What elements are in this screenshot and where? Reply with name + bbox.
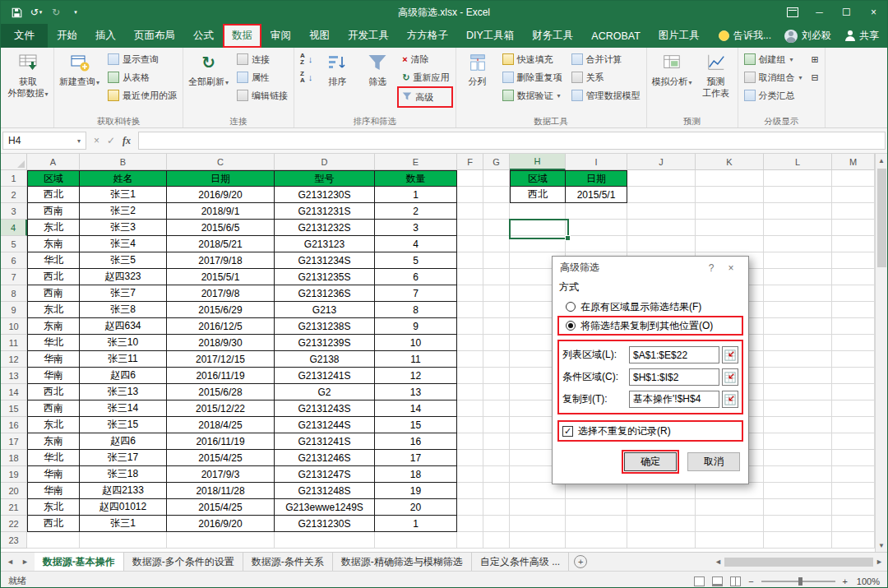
share-button[interactable]: 共享 xyxy=(844,29,879,43)
cell-J3[interactable] xyxy=(627,203,696,220)
cell-E10[interactable]: 9 xyxy=(375,318,457,335)
cell-A18[interactable]: 华北 xyxy=(27,450,80,466)
cell-E7[interactable]: 6 xyxy=(375,269,457,285)
horizontal-scroll-thumb[interactable] xyxy=(724,558,873,567)
cell-F8[interactable] xyxy=(457,285,483,302)
row-header-7[interactable]: 7 xyxy=(1,269,27,285)
cell-M19[interactable] xyxy=(832,466,875,483)
cell-K22[interactable] xyxy=(696,516,764,532)
cell-G15[interactable] xyxy=(483,400,510,417)
cell-E20[interactable]: 19 xyxy=(375,483,457,499)
user-account[interactable]: 刘必殺 xyxy=(784,29,831,43)
cell-F1[interactable] xyxy=(457,170,483,187)
cell-A15[interactable]: 西南 xyxy=(27,400,80,417)
cell-K4[interactable] xyxy=(696,220,764,236)
vertical-scroll-thumb[interactable] xyxy=(877,169,886,267)
row-header-10[interactable]: 10 xyxy=(1,318,27,335)
row-header-19[interactable]: 19 xyxy=(1,466,27,483)
cell-F22[interactable] xyxy=(457,516,483,532)
cell-A12[interactable]: 华南 xyxy=(27,351,80,368)
cell-A21[interactable]: 东北 xyxy=(27,499,80,516)
cell-M16[interactable] xyxy=(832,417,875,433)
cell-L18[interactable] xyxy=(764,450,832,466)
cell-H21[interactable] xyxy=(510,499,566,516)
save-icon[interactable] xyxy=(7,2,25,22)
cell-I2[interactable]: 2015/5/1 xyxy=(566,187,627,203)
cell-I4[interactable] xyxy=(566,220,627,236)
cell-B10[interactable]: 赵四634 xyxy=(80,318,167,335)
advanced-filter-button[interactable]: 高级 xyxy=(399,88,451,106)
recent-sources-button[interactable]: 最近使用的源 xyxy=(104,86,180,104)
cell-L23[interactable] xyxy=(764,532,832,549)
radio-copy-to-location[interactable]: 将筛选结果复制到其他位置(O) xyxy=(559,317,742,334)
cell-C21[interactable]: 2015/4/25 xyxy=(167,499,275,516)
row-header-12[interactable]: 12 xyxy=(1,351,27,368)
cell-C5[interactable]: 2018/5/21 xyxy=(167,236,275,252)
cell-D10[interactable]: G2131238S xyxy=(275,318,375,335)
insert-function-icon[interactable]: fx xyxy=(123,135,131,147)
create-group-button[interactable]: 创建组▾ xyxy=(741,50,806,68)
copy-to-selector-icon[interactable] xyxy=(722,391,738,408)
enter-entry-icon[interactable]: ✓ xyxy=(107,135,115,146)
cell-G18[interactable] xyxy=(483,450,510,466)
forecast-sheet-button[interactable]: 预测 工作表 xyxy=(697,49,735,109)
scroll-left-icon[interactable]: ◄ xyxy=(715,558,722,566)
cell-E9[interactable]: 8 xyxy=(375,302,457,318)
column-header-G[interactable]: G xyxy=(483,154,510,170)
page-break-view-icon[interactable] xyxy=(730,576,741,586)
criteria-range-input[interactable]: $H$1:$I$2 xyxy=(629,368,719,386)
cell-C15[interactable]: 2015/12/22 xyxy=(167,400,275,417)
cell-F15[interactable] xyxy=(457,400,483,417)
cell-G19[interactable] xyxy=(483,466,510,483)
cell-K2[interactable] xyxy=(696,187,764,203)
ok-button[interactable]: 确定 xyxy=(624,452,677,471)
cell-J4[interactable] xyxy=(627,220,696,236)
horizontal-scrollbar[interactable]: ◄ ► xyxy=(710,553,887,571)
sheet-nav-right-icon[interactable]: ► xyxy=(21,558,29,566)
minimize-button[interactable]: ─ xyxy=(806,1,833,24)
sheet-tab-basic[interactable]: 数据源-基本操作 xyxy=(35,553,124,571)
sort-ascending-button[interactable]: AZ ↓ xyxy=(297,50,316,68)
cell-K20[interactable] xyxy=(696,483,764,499)
cell-D14[interactable]: G2 xyxy=(275,384,375,400)
ribbon-tab-ffgz[interactable]: 方方格子 xyxy=(398,24,457,48)
cell-B5[interactable]: 张三4 xyxy=(80,236,167,252)
column-header-K[interactable]: K xyxy=(696,154,764,170)
cell-M1[interactable] xyxy=(832,170,875,187)
new-query-button[interactable]: 新建查询▾ xyxy=(57,49,102,109)
cell-M17[interactable] xyxy=(832,433,875,450)
zoom-level[interactable]: 100% xyxy=(855,576,880,586)
cell-E15[interactable]: 14 xyxy=(375,400,457,417)
cell-C12[interactable]: 2017/12/15 xyxy=(167,351,275,368)
cell-A4[interactable]: 东北 xyxy=(27,220,80,236)
cell-L17[interactable] xyxy=(764,433,832,450)
cell-G2[interactable] xyxy=(483,187,510,203)
cell-C20[interactable]: 2018/11/28 xyxy=(167,483,275,499)
cell-F13[interactable] xyxy=(457,368,483,384)
cell-E11[interactable]: 10 xyxy=(375,335,457,351)
scroll-right-icon[interactable]: ► xyxy=(876,558,883,566)
cell-C7[interactable]: 2015/5/1 xyxy=(167,269,275,285)
cell-E2[interactable]: 1 xyxy=(375,187,457,203)
cell-M9[interactable] xyxy=(832,302,875,318)
cell-D17[interactable]: G2131241S xyxy=(275,433,375,450)
ribbon-tab-finance[interactable]: 财务工具 xyxy=(523,24,582,48)
cell-J5[interactable] xyxy=(627,236,696,252)
cell-M3[interactable] xyxy=(832,203,875,220)
cell-B21[interactable]: 赵四01012 xyxy=(80,499,167,516)
copy-to-input[interactable]: 基本操作'!$H$4 xyxy=(629,391,719,408)
cell-A2[interactable]: 西北 xyxy=(27,187,80,203)
cell-M8[interactable] xyxy=(832,285,875,302)
cell-A3[interactable]: 西南 xyxy=(27,203,80,220)
cell-M2[interactable] xyxy=(832,187,875,203)
select-all-corner[interactable] xyxy=(1,154,27,170)
row-header-13[interactable]: 13 xyxy=(1,368,27,384)
cell-B22[interactable]: 张三1 xyxy=(80,516,167,532)
column-header-A[interactable]: A xyxy=(27,154,80,170)
cell-C10[interactable]: 2016/12/5 xyxy=(167,318,275,335)
cell-H23[interactable] xyxy=(510,532,566,549)
normal-view-icon[interactable] xyxy=(694,576,705,586)
cell-K5[interactable] xyxy=(696,236,764,252)
cell-F19[interactable] xyxy=(457,466,483,483)
cell-L5[interactable] xyxy=(764,236,832,252)
